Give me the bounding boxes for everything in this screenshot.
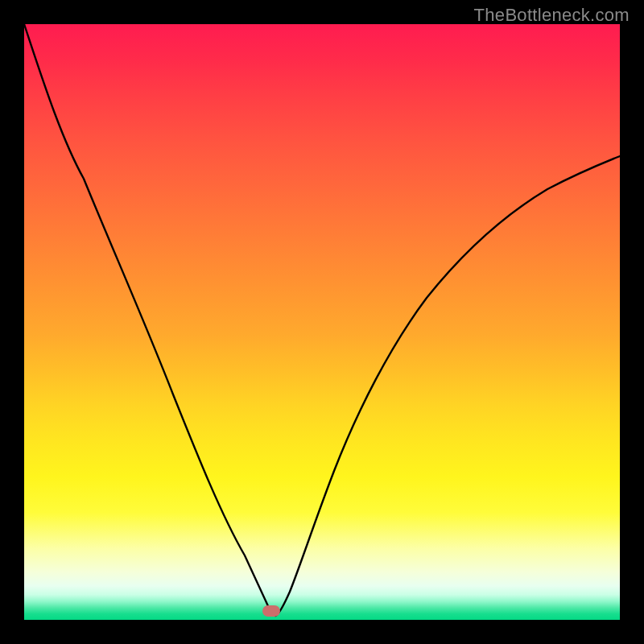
bottleneck-curve (24, 24, 620, 620)
plot-area (24, 24, 620, 620)
chart-frame: TheBottleneck.com (0, 0, 644, 644)
watermark-text: TheBottleneck.com (474, 5, 630, 26)
minimum-marker (262, 605, 280, 617)
curve-path (24, 24, 620, 616)
